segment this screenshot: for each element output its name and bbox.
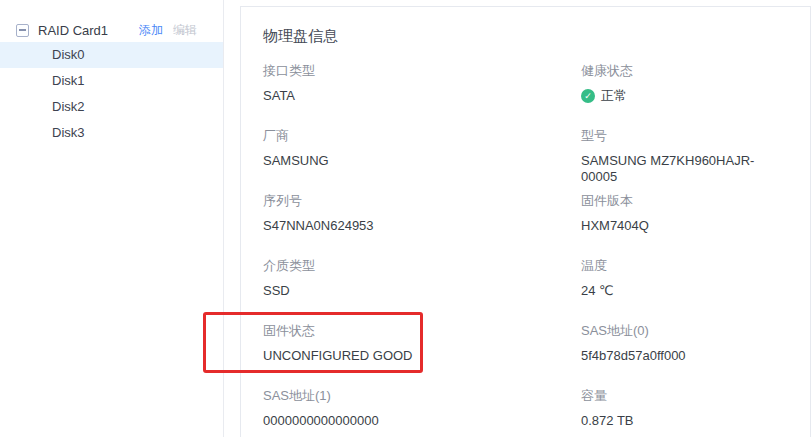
field-value: 5f4b78d57a0ff000 (581, 348, 786, 364)
field-label: 温度 (581, 258, 786, 273)
field-media-type: 介质类型 SSD (263, 258, 581, 323)
field-label: 固件状态 (263, 323, 581, 338)
field-value: HXM7404Q (581, 218, 786, 234)
field-value: SSD (263, 283, 581, 299)
field-label: 容量 (581, 388, 786, 403)
disk-info-grid: 接口类型 SATA 健康状态 ✓ 正常 厂商 SAMSUNG 型号 SAMSUN… (263, 63, 786, 437)
edit-link[interactable]: 编辑 (173, 22, 197, 39)
field-model: 型号 SAMSUNG MZ7KH960HAJR-00005 (581, 128, 786, 193)
health-status-text: 正常 (601, 88, 627, 104)
field-value: SAMSUNG MZ7KH960HAJR-00005 (581, 153, 786, 185)
field-temperature: 温度 24 ℃ (581, 258, 786, 323)
field-vendor: 厂商 SAMSUNG (263, 128, 581, 193)
field-label: 介质类型 (263, 258, 581, 273)
sidebar-item-disk3[interactable]: Disk3 (0, 120, 223, 146)
field-firmware-state: 固件状态 UNCONFIGURED GOOD (263, 323, 581, 388)
field-value: SATA (263, 88, 581, 104)
field-sas-address-1: SAS地址(1) 0000000000000000 (263, 388, 581, 437)
sidebar-item-disk1[interactable]: Disk1 (0, 68, 223, 94)
field-label: 固件版本 (581, 193, 786, 208)
device-tree-sidebar: RAID Card1 添加 编辑 Disk0 Disk1 Disk2 Disk3 (0, 0, 224, 437)
field-interface-type: 接口类型 SATA (263, 63, 581, 128)
add-link[interactable]: 添加 (139, 22, 163, 39)
field-value: 0000000000000000 (263, 413, 581, 429)
sidebar-item-disk0[interactable]: Disk0 (0, 42, 223, 68)
check-circle-icon: ✓ (581, 89, 595, 103)
field-label: 序列号 (263, 193, 581, 208)
field-label: 厂商 (263, 128, 581, 143)
field-label: 型号 (581, 128, 786, 143)
field-value: 0.872 TB (581, 413, 786, 429)
field-value: SAMSUNG (263, 153, 581, 169)
collapse-minus-icon[interactable] (16, 24, 29, 37)
raid-card-label: RAID Card1 (38, 23, 139, 38)
field-serial-number: 序列号 S47NNA0N624953 (263, 193, 581, 258)
field-capacity: 容量 0.872 TB (581, 388, 786, 437)
field-label: 接口类型 (263, 63, 581, 78)
page-title: 物理盘信息 (263, 25, 786, 47)
field-label: SAS地址(0) (581, 323, 786, 338)
tree-node-raid-card[interactable]: RAID Card1 添加 编辑 (0, 18, 223, 42)
field-label: SAS地址(1) (263, 388, 581, 403)
field-label: 健康状态 (581, 63, 786, 78)
sidebar-item-disk2[interactable]: Disk2 (0, 94, 223, 120)
disk-list: Disk0 Disk1 Disk2 Disk3 (0, 42, 223, 146)
field-value: UNCONFIGURED GOOD (263, 348, 581, 364)
physical-disk-info-panel: 物理盘信息 接口类型 SATA 健康状态 ✓ 正常 厂商 SAMSUNG 型号 … (240, 6, 811, 437)
field-value: ✓ 正常 (581, 88, 786, 104)
field-firmware-version: 固件版本 HXM7404Q (581, 193, 786, 258)
field-sas-address-0: SAS地址(0) 5f4b78d57a0ff000 (581, 323, 786, 388)
field-value: 24 ℃ (581, 283, 786, 299)
field-value: S47NNA0N624953 (263, 218, 581, 234)
field-health-status: 健康状态 ✓ 正常 (581, 63, 786, 128)
